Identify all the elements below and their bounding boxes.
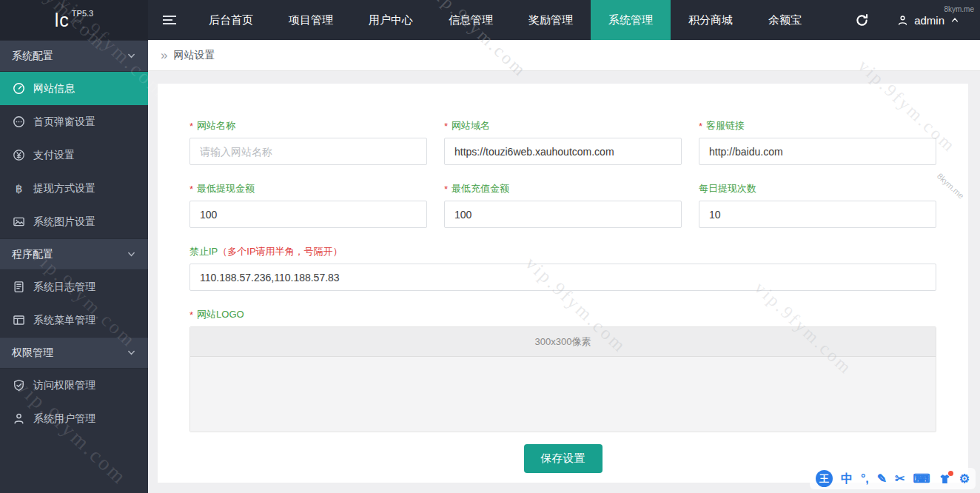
sidebar-item-system-users[interactable]: 系统用户管理 — [0, 402, 148, 435]
ime-skin-icon[interactable] — [939, 473, 951, 485]
ime-logo-icon[interactable]: 王 — [816, 470, 833, 487]
required-mark: * — [444, 184, 448, 195]
sidebar-group-label: 权限管理 — [12, 346, 53, 360]
breadcrumb-chevrons-icon: » — [161, 49, 167, 61]
chevron-up-icon — [950, 16, 959, 24]
ime-handwriting-icon[interactable]: ✎ — [877, 473, 887, 485]
main-content: » 网站设置 *网站名称 *网站域名 *客服链接 — [148, 40, 980, 493]
ime-toolbar[interactable]: 王 中 °, ✎ ✂ ⌨ ⚙ — [810, 468, 976, 489]
site-name-input[interactable] — [189, 138, 427, 165]
sidebar-item-payment-settings[interactable]: 支付设置 — [0, 138, 148, 172]
logo-upload-dropzone[interactable] — [190, 357, 936, 432]
sidebar-item-system-images[interactable]: 系统图片设置 — [0, 205, 148, 238]
log-icon — [13, 281, 25, 293]
sidebar-item-system-logs[interactable]: 系统日志管理 — [0, 270, 148, 303]
breadcrumb: » 网站设置 — [148, 40, 980, 71]
field-min-withdraw: *最低提现金额 — [189, 183, 427, 228]
refresh-icon — [855, 13, 869, 27]
image-icon — [13, 215, 25, 228]
min-withdraw-input[interactable] — [189, 201, 427, 228]
sidebar-group-permission-manage[interactable]: 权限管理 — [0, 337, 148, 369]
username-label: admin — [914, 14, 944, 27]
min-recharge-input[interactable] — [444, 201, 682, 228]
field-label: 禁止IP（多个IP请用半角，号隔开） — [189, 246, 936, 258]
nav-item-user-center[interactable]: 用户中心 — [351, 0, 431, 40]
top-navigation: 后台首页 项目管理 用户中心 信息管理 奖励管理 系统管理 积分商城 余额宝 — [191, 0, 819, 40]
dashboard-icon — [13, 82, 25, 95]
hamburger-icon — [163, 16, 176, 24]
app-logo: lc TP5.3 — [0, 0, 148, 40]
settings-form-panel: *网站名称 *网站域名 *客服链接 *最低提现金额 — [158, 84, 968, 483]
field-note: （多个IP请用半角，号隔开） — [218, 246, 342, 257]
ime-language-toggle[interactable]: 中 — [841, 473, 853, 485]
field-label: *最低充值金额 — [444, 183, 682, 195]
sidebar-item-label: 支付设置 — [33, 149, 75, 162]
sidebar-item-label: 系统菜单管理 — [33, 314, 95, 327]
sidebar-item-withdraw-method[interactable]: ฿ 提现方式设置 — [0, 172, 148, 205]
field-min-recharge: *最低充值金额 — [444, 183, 682, 228]
sidebar-item-popup-settings[interactable]: 首页弹窗设置 — [0, 105, 148, 138]
sidebar-item-label: 系统用户管理 — [33, 412, 95, 426]
chevron-down-icon — [127, 249, 136, 259]
banned-ip-input[interactable] — [189, 264, 936, 291]
daily-withdraw-times-input[interactable] — [699, 201, 936, 228]
sidebar-item-label: 系统图片设置 — [33, 215, 95, 229]
sidebar-item-label: 提现方式设置 — [33, 182, 95, 195]
sidebar-item-label: 网站信息 — [33, 82, 75, 95]
field-site-logo: *网站LOGO 300x300像素 — [189, 309, 936, 432]
form-row-1: *网站名称 *网站域名 *客服链接 — [189, 120, 936, 165]
service-link-input[interactable] — [699, 138, 936, 165]
popup-comment-icon — [13, 115, 25, 128]
sidebar-item-label: 访问权限管理 — [33, 379, 95, 392]
field-label: *网站LOGO — [189, 309, 936, 321]
sidebar: 系统配置 网站信息 首页弹窗设置 支付设置 ฿ 提现方式设置 系统图片设置 程序… — [0, 40, 148, 493]
required-mark: * — [444, 121, 448, 132]
menu-layout-icon — [13, 314, 25, 326]
app: { "topbar": { "logo_text": "lc", "logo_v… — [0, 0, 980, 493]
field-site-name: *网站名称 — [189, 120, 427, 165]
topbar: lc TP5.3 后台首页 项目管理 用户中心 信息管理 奖励管理 系统管理 积… — [0, 0, 980, 40]
ime-settings-icon[interactable]: ⚙ — [959, 473, 970, 485]
nav-item-info-manage[interactable]: 信息管理 — [431, 0, 511, 40]
user-icon — [13, 412, 25, 425]
ime-punctuation-toggle[interactable]: °, — [861, 473, 869, 485]
field-label: 每日提现次数 — [699, 183, 936, 195]
required-mark: * — [189, 184, 193, 195]
field-daily-withdraw-times: 每日提现次数 — [699, 183, 936, 228]
sidebar-group-system-config[interactable]: 系统配置 — [0, 40, 148, 72]
nav-item-dashboard[interactable]: 后台首页 — [191, 0, 271, 40]
site-domain-input[interactable] — [444, 138, 682, 165]
sidebar-item-system-menus[interactable]: 系统菜单管理 — [0, 303, 148, 337]
nav-item-reward-manage[interactable]: 奖励管理 — [511, 0, 591, 40]
field-site-domain: *网站域名 — [444, 120, 682, 165]
sidebar-group-label: 系统配置 — [12, 50, 53, 63]
ime-clipboard-icon[interactable]: ✂ — [895, 473, 905, 485]
sidebar-group-label: 程序配置 — [12, 248, 53, 261]
user-icon — [897, 15, 908, 26]
chevron-down-icon — [127, 348, 136, 358]
nav-item-points-mall[interactable]: 积分商城 — [671, 0, 751, 40]
field-service-link: *客服链接 — [699, 120, 936, 165]
sidebar-toggle-button[interactable] — [148, 0, 191, 40]
sidebar-item-label: 首页弹窗设置 — [33, 115, 95, 129]
save-settings-button[interactable]: 保存设置 — [524, 444, 603, 473]
ime-keyboard-icon[interactable]: ⌨ — [913, 473, 930, 485]
field-label: *客服链接 — [699, 120, 936, 132]
sidebar-item-access-permissions[interactable]: 访问权限管理 — [0, 369, 148, 402]
logo-version: TP5.3 — [72, 9, 93, 18]
sidebar-group-program-config[interactable]: 程序配置 — [0, 238, 148, 270]
user-menu[interactable]: admin — [897, 14, 959, 27]
refresh-button[interactable] — [855, 13, 869, 27]
nav-item-system-manage[interactable]: 系统管理 — [591, 0, 671, 40]
field-label: *网站名称 — [189, 120, 427, 132]
required-mark: * — [699, 121, 702, 132]
nav-item-projects[interactable]: 项目管理 — [271, 0, 351, 40]
field-label: *网站域名 — [444, 120, 682, 132]
page-title: 网站设置 — [173, 49, 215, 62]
logo-upload-area[interactable]: 300x300像素 — [189, 326, 936, 432]
sidebar-item-site-info[interactable]: 网站信息 — [0, 72, 148, 105]
form-row-3: 禁止IP（多个IP请用半角，号隔开） — [189, 246, 936, 291]
nav-item-yuebao[interactable]: 余额宝 — [751, 0, 819, 40]
topbar-right: admin — [855, 0, 980, 40]
bitcoin-icon: ฿ — [13, 182, 25, 195]
